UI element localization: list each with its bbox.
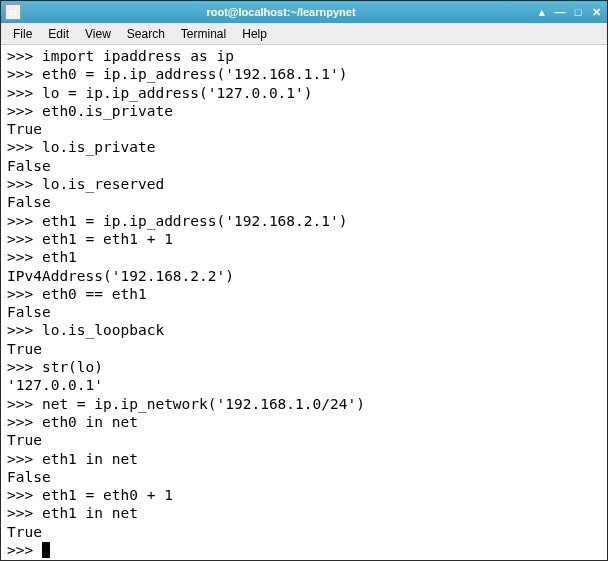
maximize-button[interactable]: □ — [571, 5, 585, 19]
terminal-line: True — [7, 340, 601, 358]
menu-search[interactable]: Search — [119, 25, 173, 43]
minimize-button[interactable]: — — [553, 5, 567, 19]
menu-view[interactable]: View — [77, 25, 119, 43]
terminal-line: True — [7, 523, 601, 541]
terminal-line: >>> lo.is_reserved — [7, 175, 601, 193]
menu-help[interactable]: Help — [234, 25, 275, 43]
titlebar[interactable]: ▭ root@localhost:~/learnpynet ▴ — □ ✕ — [1, 1, 607, 23]
terminal-line: >>> eth0.is_private — [7, 102, 601, 120]
terminal-prompt: >>> — [7, 542, 42, 558]
menu-terminal[interactable]: Terminal — [173, 25, 234, 43]
terminal-line: >>> import ipaddress as ip — [7, 47, 601, 65]
terminal-line: False — [7, 157, 601, 175]
terminal-line: >>> eth1 in net — [7, 504, 601, 522]
terminal-content[interactable]: >>> import ipaddress as ip>>> eth0 = ip.… — [1, 45, 607, 560]
terminal-line: >>> eth0 in net — [7, 413, 601, 431]
menu-file[interactable]: File — [5, 25, 40, 43]
terminal-line: IPv4Address('192.168.2.2') — [7, 267, 601, 285]
terminal-line: False — [7, 468, 601, 486]
terminal-line: >>> lo.is_loopback — [7, 321, 601, 339]
terminal-line: False — [7, 303, 601, 321]
terminal-line: >>> str(lo) — [7, 358, 601, 376]
terminal-line: >>> lo.is_private — [7, 138, 601, 156]
terminal-prompt-line: >>> — [7, 541, 601, 559]
terminal-line: >>> eth1 — [7, 248, 601, 266]
terminal-icon: ▭ — [5, 4, 21, 20]
cursor — [42, 542, 50, 558]
menubar: File Edit View Search Terminal Help — [1, 23, 607, 45]
terminal-line: '127.0.0.1' — [7, 376, 601, 394]
terminal-line: True — [7, 431, 601, 449]
terminal-line: True — [7, 120, 601, 138]
terminal-line: False — [7, 193, 601, 211]
terminal-line: >>> eth1 = ip.ip_address('192.168.2.1') — [7, 212, 601, 230]
titlebar-buttons: ▴ — □ ✕ — [535, 5, 603, 19]
terminal-line: >>> eth1 in net — [7, 450, 601, 468]
rollup-button[interactable]: ▴ — [535, 5, 549, 19]
terminal-line: >>> eth0 == eth1 — [7, 285, 601, 303]
terminal-window: ▭ root@localhost:~/learnpynet ▴ — □ ✕ Fi… — [0, 0, 608, 561]
menu-edit[interactable]: Edit — [40, 25, 77, 43]
terminal-line: >>> eth1 = eth0 + 1 — [7, 486, 601, 504]
close-button[interactable]: ✕ — [589, 5, 603, 19]
terminal-line: >>> eth0 = ip.ip_address('192.168.1.1') — [7, 65, 601, 83]
terminal-line: >>> eth1 = eth1 + 1 — [7, 230, 601, 248]
window-title: root@localhost:~/learnpynet — [27, 6, 535, 18]
terminal-line: >>> lo = ip.ip_address('127.0.0.1') — [7, 84, 601, 102]
terminal-line: >>> net = ip.ip_network('192.168.1.0/24'… — [7, 395, 601, 413]
